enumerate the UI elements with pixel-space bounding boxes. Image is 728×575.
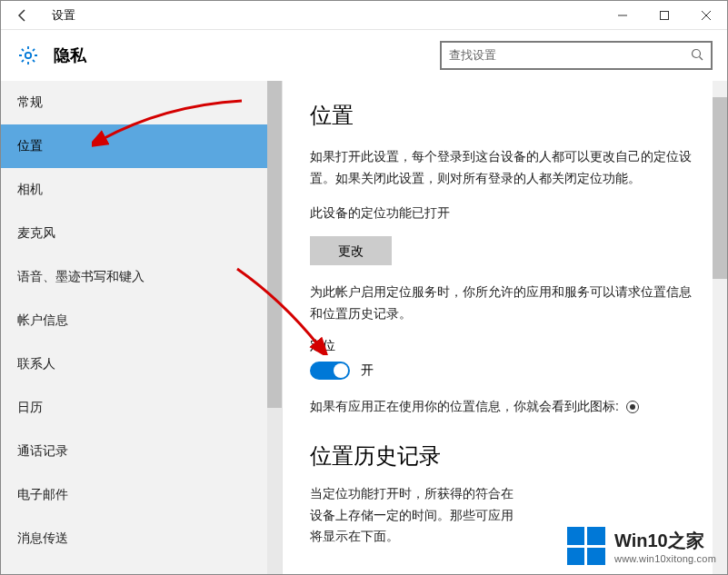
sidebar-item-general[interactable]: 常规 <box>1 81 282 124</box>
header: 隐私 查找设置 <box>1 30 727 81</box>
back-button[interactable] <box>1 1 45 30</box>
location-toggle-state: 开 <box>361 362 374 379</box>
location-toggle-label: 定位 <box>310 338 700 354</box>
sidebar-item-location[interactable]: 位置 <box>1 124 282 168</box>
account-location-description: 为此帐户启用定位服务时，你所允许的应用和服务可以请求位置信息和位置历史记录。 <box>310 282 700 325</box>
sidebar-item-email[interactable]: 电子邮件 <box>1 473 282 517</box>
maximize-button[interactable] <box>643 1 685 30</box>
location-toggle[interactable] <box>310 362 350 380</box>
sidebar-item-account[interactable]: 帐户信息 <box>1 299 282 342</box>
content-pane: 位置 如果打开此设置，每个登录到这台设备的人都可以更改自己的定位设置。如果关闭此… <box>283 81 727 574</box>
svg-point-4 <box>25 53 31 58</box>
svg-line-6 <box>700 56 703 60</box>
titlebar: 设置 <box>1 1 727 30</box>
sidebar-item-radio[interactable]: 无线电收发器 <box>1 560 282 574</box>
sidebar-item-camera[interactable]: 相机 <box>1 168 282 212</box>
sidebar-item-speech[interactable]: 语音、墨迹书写和键入 <box>1 255 282 299</box>
section-heading-history: 位置历史记录 <box>310 441 700 471</box>
sidebar-item-callhistory[interactable]: 通话记录 <box>1 430 282 473</box>
location-icon-hint: 如果有应用正在使用你的位置信息，你就会看到此图标: <box>310 396 700 418</box>
location-description: 如果打开此设置，每个登录到这台设备的人都可以更改自己的定位设置。如果关闭此设置，… <box>310 146 700 190</box>
search-input[interactable]: 查找设置 <box>440 41 713 70</box>
watermark-url: www.win10xitong.com <box>614 553 716 564</box>
watermark: Win10之家 www.win10xitong.com <box>567 527 716 565</box>
location-indicator-icon <box>626 401 639 413</box>
search-placeholder: 查找设置 <box>449 47 691 64</box>
device-location-status: 此设备的定位功能已打开 <box>310 203 700 224</box>
arrow-left-icon <box>15 8 30 23</box>
gear-icon <box>15 43 41 68</box>
sidebar-scrollbar[interactable] <box>267 81 282 574</box>
window-title: 设置 <box>45 7 602 24</box>
content-scrollbar[interactable] <box>713 81 727 574</box>
minimize-button[interactable] <box>602 1 643 30</box>
svg-rect-1 <box>661 11 669 19</box>
section-heading-location: 位置 <box>310 101 700 130</box>
windows-logo-icon <box>567 527 605 565</box>
close-button[interactable] <box>685 1 727 30</box>
watermark-brand: Win10之家 <box>614 529 716 553</box>
search-icon <box>691 48 703 64</box>
sidebar-item-microphone[interactable]: 麦克风 <box>1 212 282 255</box>
page-title: 隐私 <box>54 45 86 66</box>
sidebar: 常规 位置 相机 麦克风 语音、墨迹书写和键入 帐户信息 联系人 日历 通话记录… <box>1 81 283 574</box>
sidebar-item-contacts[interactable]: 联系人 <box>1 342 282 386</box>
svg-point-5 <box>693 49 701 57</box>
sidebar-item-calendar[interactable]: 日历 <box>1 386 282 430</box>
sidebar-item-messaging[interactable]: 消息传送 <box>1 517 282 560</box>
change-button[interactable]: 更改 <box>310 236 392 265</box>
history-description: 当定位功能打开时，所获得的符合在设备上存储一定的时间。那些可应用将显示在下面。 <box>310 483 519 548</box>
